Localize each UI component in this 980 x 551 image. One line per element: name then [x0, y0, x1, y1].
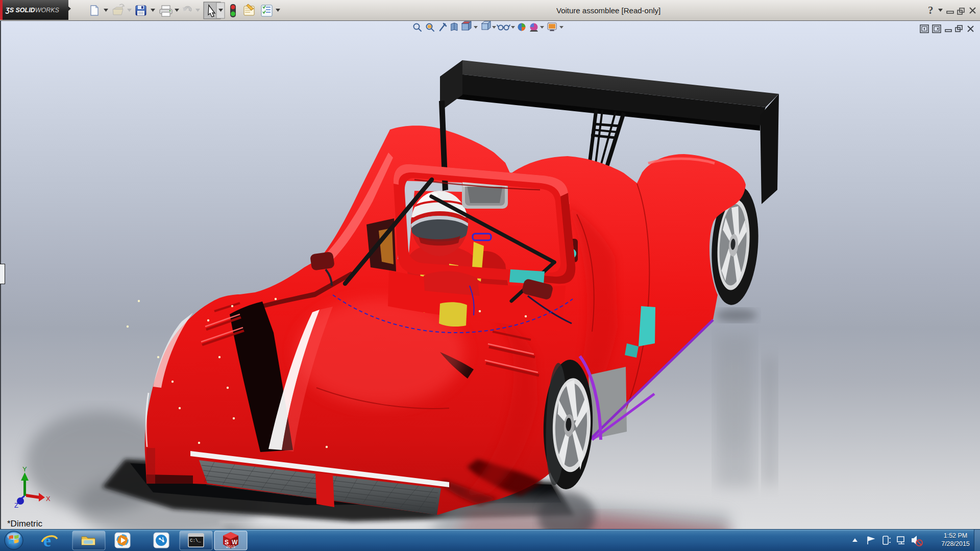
- svg-text:X: X: [46, 495, 51, 503]
- svg-text:C:\_: C:\_: [190, 538, 201, 543]
- svg-text:Y: Y: [22, 465, 27, 473]
- svg-text:?: ?: [928, 4, 934, 16]
- svg-text:e: e: [43, 531, 51, 550]
- svg-text:Z: Z: [14, 502, 18, 509]
- svg-text:2015: 2015: [226, 544, 235, 549]
